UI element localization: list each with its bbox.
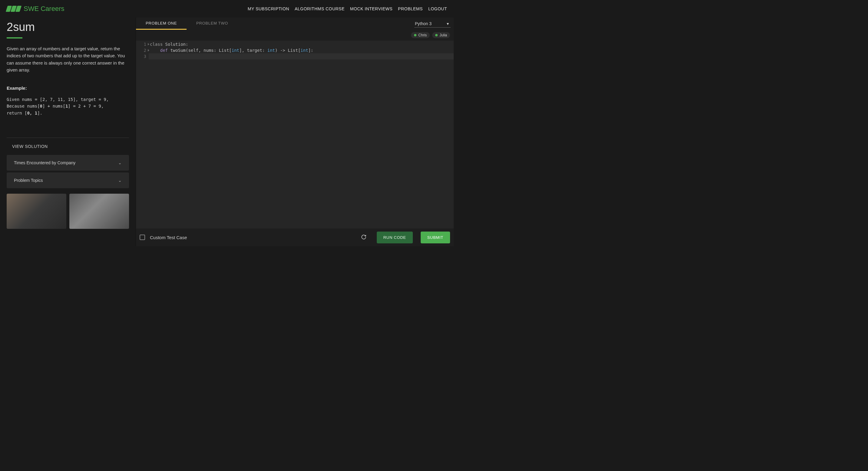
main-nav: MY SUBSCRIPTION ALGORITHMS COURSE MOCK I… (248, 6, 447, 11)
run-code-button[interactable]: RUN CODE (377, 232, 413, 243)
chevron-down-icon: ⌄ (118, 160, 122, 165)
tab-problem-one[interactable]: PROBLEM ONE (136, 18, 187, 30)
video-tile[interactable] (69, 194, 129, 229)
editor-top-row: PROBLEM ONE PROBLEM TWO Python 3 ▾ (136, 18, 454, 30)
code-area[interactable]: class Solution: def twoSum(self, nums: L… (149, 40, 454, 229)
refresh-icon (361, 234, 367, 240)
example-line: Given nums = [2, 7, 11, 15], target = 9, (7, 96, 129, 103)
custom-test-label: Custom Test Case (150, 235, 187, 240)
example-block: Given nums = [2, 7, 11, 15], target = 9,… (7, 96, 129, 116)
logo[interactable]: SWE Careers (7, 5, 64, 13)
nav-my-subscription[interactable]: MY SUBSCRIPTION (248, 6, 289, 11)
user-pill: Julia (432, 32, 450, 38)
accordion-label: Times Encountered by Company (14, 160, 75, 165)
example-line: return [0, 1]. (7, 110, 129, 116)
language-select[interactable]: Python 3 ▾ (414, 20, 451, 28)
editor-panel: PROBLEM ONE PROBLEM TWO Python 3 ▾ Chris… (136, 18, 454, 246)
problem-panel: 2sum Given an array of numbers and a tar… (0, 18, 136, 246)
accordion-label: Problem Topics (14, 178, 43, 183)
caret-down-icon: ▾ (447, 21, 449, 26)
accordion-problem-topics[interactable]: Problem Topics ⌄ (7, 173, 129, 188)
accordion-times-encountered[interactable]: Times Encountered by Company ⌄ (7, 155, 129, 171)
brand-name: SWE Careers (24, 5, 64, 13)
nav-mock-interviews[interactable]: MOCK INTERVIEWS (350, 6, 393, 11)
line-gutter: 1 2 3 (136, 40, 149, 229)
language-label: Python 3 (415, 21, 432, 26)
tab-problem-two[interactable]: PROBLEM TWO (187, 18, 238, 30)
nav-problems[interactable]: PROBLEMS (398, 6, 423, 11)
nav-logout[interactable]: LOGOUT (428, 6, 447, 11)
accent-bar (7, 37, 23, 38)
view-solution-button[interactable]: VIEW SOLUTION (7, 138, 129, 155)
presence-dot-icon (414, 34, 416, 36)
user-pill: Chris (411, 32, 430, 38)
problem-tabs: PROBLEM ONE PROBLEM TWO (136, 18, 238, 30)
bottom-bar: Custom Test Case RUN CODE SUBMIT (136, 229, 454, 246)
presence-row: Chris Julia (136, 30, 454, 40)
example-line: Because nums[0] + nums[1] = 2 + 7 = 9, (7, 103, 129, 110)
nav-algorithms-course[interactable]: ALGORITHMS COURSE (295, 6, 345, 11)
code-editor[interactable]: 1 2 3 class Solution: def twoSum(self, n… (136, 40, 454, 229)
fold-icon[interactable] (148, 43, 149, 46)
video-tile[interactable] (7, 194, 66, 229)
presence-dot-icon (435, 34, 438, 36)
video-thumbnails (7, 194, 129, 229)
submit-button[interactable]: SUBMIT (421, 232, 450, 243)
logo-icon (7, 6, 21, 12)
problem-description: Given an array of numbers and a target v… (7, 45, 129, 73)
top-header: SWE Careers MY SUBSCRIPTION ALGORITHMS C… (0, 0, 454, 18)
refresh-button[interactable] (359, 232, 369, 243)
chevron-down-icon: ⌄ (118, 178, 122, 183)
fold-icon[interactable] (148, 49, 149, 52)
user-name: Julia (439, 33, 447, 37)
example-label: Example: (7, 86, 129, 91)
problem-title: 2sum (7, 21, 129, 34)
custom-test-checkbox[interactable] (140, 235, 145, 240)
user-name: Chris (418, 33, 427, 37)
